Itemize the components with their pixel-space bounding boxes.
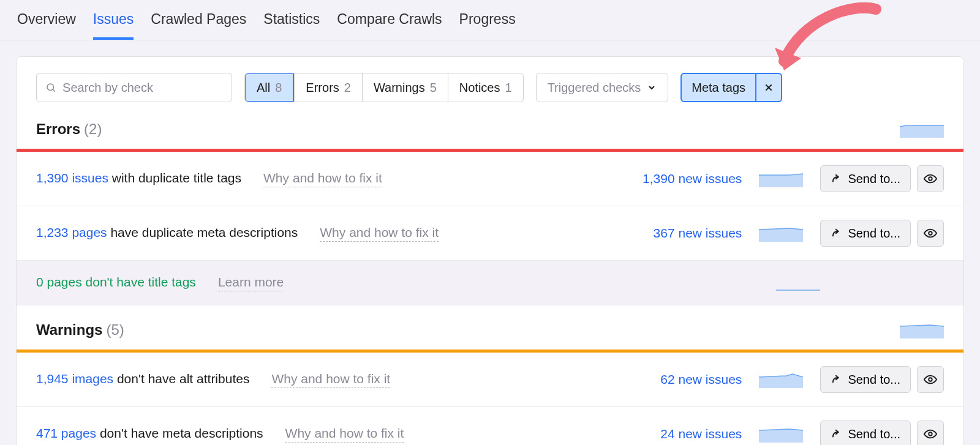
issue-count-link[interactable]: 1,390 issues bbox=[36, 171, 108, 185]
eye-icon bbox=[924, 373, 937, 386]
issue-count-link[interactable]: 1,945 images bbox=[36, 372, 113, 386]
svg-line-1 bbox=[53, 89, 55, 91]
section-head-errors: Errors (2) bbox=[17, 105, 963, 149]
section-spark-errors bbox=[900, 121, 944, 138]
share-arrow-icon bbox=[831, 374, 842, 385]
chevron-down-icon bbox=[647, 83, 657, 92]
svg-point-0 bbox=[47, 84, 54, 91]
view-button[interactable] bbox=[917, 366, 944, 393]
issue-desc: with duplicate title tags bbox=[108, 171, 241, 185]
share-arrow-icon bbox=[831, 228, 842, 239]
section-title-errors: Errors bbox=[36, 121, 80, 138]
send-to-button[interactable]: Send to... bbox=[820, 220, 911, 247]
section-head-warnings: Warnings (5) bbox=[17, 305, 963, 350]
filter-warnings-count: 5 bbox=[430, 81, 437, 95]
filter-warnings-label: Warnings bbox=[374, 81, 425, 95]
section-title-warnings: Warnings bbox=[36, 321, 102, 338]
search-icon bbox=[45, 81, 56, 94]
share-arrow-icon bbox=[831, 428, 842, 439]
view-button[interactable] bbox=[917, 421, 944, 445]
svg-point-6 bbox=[929, 378, 932, 381]
help-link[interactable]: Why and how to fix it bbox=[320, 225, 439, 242]
tab-overview[interactable]: Overview bbox=[17, 11, 76, 40]
row-spark bbox=[759, 225, 803, 242]
help-link[interactable]: Why and how to fix it bbox=[263, 171, 382, 187]
tab-statistics[interactable]: Statistics bbox=[263, 11, 320, 40]
svg-point-7 bbox=[929, 432, 932, 436]
search-input-wrap[interactable] bbox=[36, 73, 232, 102]
issue-row-zero: 0 pages don't have title tags Learn more bbox=[17, 261, 963, 305]
section-spark-warnings bbox=[900, 321, 944, 338]
row-spark bbox=[759, 371, 803, 388]
filter-errors-label: Errors bbox=[306, 81, 339, 95]
search-input[interactable] bbox=[62, 81, 223, 95]
issue-desc: don't have title tags bbox=[82, 275, 196, 289]
issue-count-link[interactable]: 1,233 pages bbox=[36, 225, 107, 239]
new-issues-link[interactable]: 367 new issues bbox=[613, 226, 742, 241]
send-to-button[interactable]: Send to... bbox=[820, 421, 911, 445]
issue-count-zero: 0 pages bbox=[36, 275, 82, 289]
top-tabs: Overview Issues Crawled Pages Statistics… bbox=[0, 0, 980, 40]
send-to-button[interactable]: Send to... bbox=[820, 366, 911, 393]
issue-desc: don't have alt attributes bbox=[113, 372, 249, 386]
eye-icon bbox=[924, 427, 937, 441]
section-count-errors: (2) bbox=[84, 121, 102, 138]
eye-icon bbox=[924, 226, 937, 240]
issue-desc: don't have meta descriptions bbox=[96, 426, 263, 440]
row-spark bbox=[759, 425, 803, 443]
tab-issues[interactable]: Issues bbox=[93, 11, 134, 40]
chip-label: Meta tags bbox=[682, 81, 755, 95]
filter-errors-count: 2 bbox=[344, 81, 351, 95]
filter-all-count: 8 bbox=[275, 81, 282, 95]
tab-compare-crawls[interactable]: Compare Crawls bbox=[337, 11, 442, 40]
triggered-checks-label: Triggered checks bbox=[548, 81, 641, 95]
issue-count-link[interactable]: 471 pages bbox=[36, 426, 96, 440]
filter-notices[interactable]: Notices 1 bbox=[448, 73, 523, 102]
new-issues-link[interactable]: 1,390 new issues bbox=[613, 171, 742, 186]
issue-row: 1,390 issues with duplicate title tags W… bbox=[17, 152, 963, 206]
tab-progress[interactable]: Progress bbox=[459, 11, 516, 40]
share-arrow-icon bbox=[831, 173, 842, 184]
filter-all-label: All bbox=[257, 81, 270, 95]
new-issues-link[interactable]: 62 new issues bbox=[613, 372, 742, 387]
send-to-label: Send to... bbox=[848, 373, 900, 387]
issues-panel: All 8 Errors 2 Warnings 5 Notices 1 Trig… bbox=[16, 56, 964, 445]
issue-row: 1,233 pages have duplicate meta descript… bbox=[17, 206, 963, 261]
close-icon bbox=[764, 83, 774, 92]
view-button[interactable] bbox=[917, 220, 944, 247]
svg-point-5 bbox=[929, 231, 932, 235]
filter-all[interactable]: All 8 bbox=[244, 73, 294, 102]
send-to-button[interactable]: Send to... bbox=[820, 165, 911, 192]
eye-icon bbox=[924, 172, 937, 185]
filter-warnings[interactable]: Warnings 5 bbox=[362, 73, 448, 102]
row-spark bbox=[776, 274, 820, 291]
issue-row: 471 pages don't have meta descriptions W… bbox=[17, 407, 963, 445]
toolbar: All 8 Errors 2 Warnings 5 Notices 1 Trig… bbox=[17, 57, 963, 105]
chip-remove-button[interactable] bbox=[755, 74, 781, 101]
filter-notices-label: Notices bbox=[459, 81, 500, 95]
filter-errors[interactable]: Errors 2 bbox=[294, 73, 362, 102]
new-issues-link[interactable]: 24 new issues bbox=[613, 427, 742, 441]
help-link[interactable]: Why and how to fix it bbox=[285, 426, 404, 443]
filter-chip-meta-tags: Meta tags bbox=[680, 73, 782, 102]
issue-desc: have duplicate meta descriptions bbox=[107, 225, 298, 239]
send-to-label: Send to... bbox=[848, 427, 900, 441]
send-to-label: Send to... bbox=[848, 226, 900, 241]
triggered-checks-dropdown[interactable]: Triggered checks bbox=[536, 73, 669, 102]
svg-point-4 bbox=[929, 177, 932, 181]
learn-more-link[interactable]: Learn more bbox=[218, 275, 284, 291]
help-link[interactable]: Why and how to fix it bbox=[271, 372, 390, 388]
issue-row: 1,945 images don't have alt attributes W… bbox=[17, 353, 963, 407]
tab-crawled-pages[interactable]: Crawled Pages bbox=[151, 11, 246, 40]
send-to-label: Send to... bbox=[848, 172, 900, 186]
category-filter: All 8 Errors 2 Warnings 5 Notices 1 bbox=[244, 73, 524, 102]
view-button[interactable] bbox=[917, 165, 944, 192]
row-spark bbox=[759, 170, 803, 187]
section-count-warnings: (5) bbox=[106, 321, 124, 338]
filter-notices-count: 1 bbox=[505, 81, 512, 95]
